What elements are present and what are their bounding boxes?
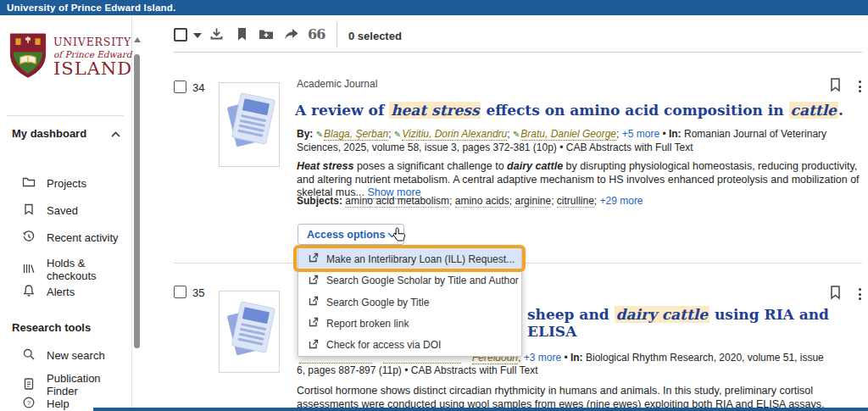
text-segment: ;	[507, 128, 513, 140]
access-options-button[interactable]: Access options	[298, 224, 404, 245]
result-35-byline-line2: 6, pages 887-897 (11p) • CAB Abstracts w…	[297, 364, 866, 378]
download-icon[interactable]	[209, 26, 225, 46]
text-segment: poses a significant challenge to	[353, 160, 507, 172]
sidebar-item-holds-checkouts[interactable]: Holds & checkouts	[22, 257, 131, 282]
seg-author[interactable]: Vizitiu, Dorin Alexandru	[402, 128, 507, 141]
cursor-hand-icon	[393, 227, 406, 245]
seg-subj[interactable]: citrulline	[557, 195, 594, 208]
result-35-byline-line1: Fereidoun; +3 more • In: Biological Rhyt…	[472, 352, 864, 365]
app-window: University of Prince Edward Island. UNIV…	[0, 0, 868, 411]
text-segment: effects on amino acid composition in	[481, 102, 788, 119]
seg-subj[interactable]: amino acids	[455, 195, 509, 208]
result-34-title[interactable]: A review of heat stress effects on amino…	[295, 102, 843, 119]
bottom-bar	[93, 408, 868, 411]
seg-link[interactable]: +3 more	[524, 352, 561, 364]
upei-wordmark: UNIVERSITY of Prince Edward ISLAND	[53, 37, 132, 78]
upei-logo[interactable]: UNIVERSITY of Prince Edward ISLAND	[8, 32, 132, 83]
result-34-checkbox[interactable]	[174, 81, 186, 93]
thumbnail-page-front	[232, 302, 275, 352]
result-35-more-options-icon[interactable]	[857, 286, 863, 302]
seg-b: In:	[570, 352, 583, 364]
seg-subj[interactable]: amino acid metabolism	[345, 195, 449, 208]
svg-text:?: ?	[27, 399, 31, 407]
scrollbar-up-arrow[interactable]	[134, 37, 141, 42]
bookmark-icon	[22, 203, 36, 219]
text-segment: .	[838, 102, 843, 119]
sidebar-item-new-search[interactable]: New search	[22, 347, 105, 364]
folder-icon	[22, 175, 36, 192]
result-34-thumbnail[interactable]	[219, 82, 280, 167]
seg-b: By:	[297, 128, 316, 140]
sidebar-item-alerts[interactable]: Alerts	[22, 284, 75, 300]
seg-author[interactable]: Blaga, Şerban	[324, 128, 388, 141]
seg-b: Subjects:	[297, 195, 345, 207]
text-segment: sheep and	[527, 306, 615, 323]
external-link-icon	[309, 339, 319, 352]
seg-bi: Heat stress	[297, 160, 353, 172]
text-segment: ;	[551, 195, 557, 207]
sidebar-item-recent-activity[interactable]: Recent activity	[22, 230, 119, 246]
access-options-menu: Make an Interlibrary Loan (ILL) Request.…	[298, 247, 522, 357]
external-link-icon	[309, 253, 319, 265]
menu-item-google-title[interactable]: Search Google by Title	[298, 292, 521, 313]
share-icon[interactable]	[283, 26, 299, 46]
document-icon	[22, 377, 36, 393]
sidebar-item-publication-finder[interactable]: Publication Finder	[22, 372, 131, 397]
toolbar-divider	[337, 22, 337, 47]
sidebar-section-research-tools: Research tools	[12, 321, 91, 334]
seg-hl: cattle	[789, 102, 838, 119]
text-segment: A review of	[295, 102, 389, 119]
menu-item-google-scholar[interactable]: Search Google Scholar by Title and Autho…	[298, 269, 521, 291]
menu-item-check-doi[interactable]: Check for access via DOI	[298, 335, 521, 356]
result-35-checkbox[interactable]	[174, 286, 186, 298]
top-bar: University of Prince Edward Island.	[0, 0, 868, 15]
select-all-checkbox[interactable]	[174, 28, 187, 42]
seg-link[interactable]: +5 more	[622, 128, 659, 140]
toolbar-bottom-divider	[174, 52, 862, 53]
result-35-number: 35	[192, 286, 204, 299]
sidebar-item-help[interactable]: ? Help	[22, 396, 70, 411]
menu-item-ill-request[interactable]: Make an Interlibrary Loan (ILL) Request.…	[298, 248, 521, 269]
pen-icon: ✎	[316, 130, 323, 139]
hidden-author-underline	[299, 363, 372, 364]
seg-bi: dairy cattle	[507, 160, 563, 172]
external-link-icon	[309, 296, 319, 308]
help-circle-icon: ?	[22, 396, 36, 411]
institution-title: University of Prince Edward Island.	[7, 3, 175, 13]
menu-item-report-broken-link[interactable]: Report broken link	[298, 313, 521, 334]
external-link-icon	[309, 275, 319, 287]
result-35-title[interactable]: sheep and dairy cattle using RIA and ELI…	[527, 306, 868, 340]
pen-icon: ✎	[394, 130, 401, 139]
seg-author[interactable]: Bratu, Daniel George	[520, 128, 616, 141]
result-35-bookmark-icon[interactable]	[829, 285, 842, 303]
selected-count: 0 selected	[348, 30, 402, 42]
seg-hl: heat stress	[389, 102, 481, 119]
select-all-caret-icon[interactable]	[193, 33, 202, 38]
bell-icon	[22, 284, 36, 300]
seg-hl: dairy cattle	[615, 306, 709, 323]
sidebar-item-saved[interactable]: Saved	[22, 203, 78, 219]
chevron-up-icon	[111, 127, 120, 140]
scrollbar-thumb[interactable]	[134, 54, 140, 348]
sidebar-item-projects[interactable]: Projects	[22, 175, 86, 192]
result-34-bookmark-icon[interactable]	[829, 77, 842, 96]
seg-link[interactable]: +29 more	[600, 195, 643, 207]
seg-subj[interactable]: arginine	[515, 195, 551, 208]
sidebar-section-my-dashboard[interactable]: My dashboard	[12, 127, 120, 140]
text-segment: •	[659, 128, 669, 140]
result-35-thumbnail[interactable]	[219, 291, 280, 373]
add-to-folder-icon[interactable]	[258, 26, 275, 46]
sidebar: UNIVERSITY of Prince Edward ISLAND My da…	[0, 15, 132, 411]
sidebar-divider	[7, 115, 124, 116]
bookmark-filled-icon[interactable]	[235, 26, 249, 46]
result-34-more-options-icon[interactable]	[857, 79, 863, 94]
hidden-author-underline	[383, 363, 461, 364]
text-segment: •	[561, 352, 570, 364]
thumbnail-page-front	[232, 93, 275, 143]
result-34-number: 34	[192, 81, 204, 94]
result-34-byline: By: ✎Blaga, Şerban; ✎Vizitiu, Dorin Alex…	[297, 128, 866, 154]
text-segment: Biological Rhythm Research, 2020, volume…	[583, 352, 824, 364]
text-segment: ;	[616, 128, 622, 140]
result-34-abstract: Heat stress poses a significant challeng…	[297, 160, 868, 200]
cite-icon[interactable]: 66	[308, 26, 325, 42]
